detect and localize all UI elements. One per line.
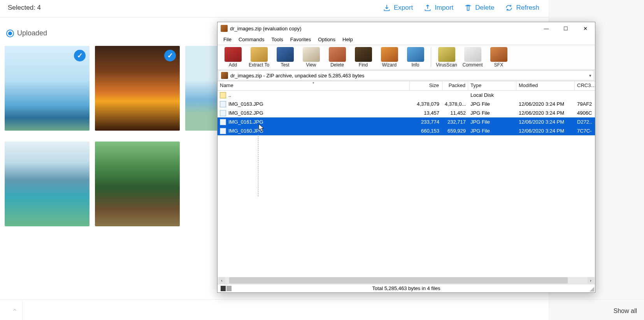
uploaded-label: Uploaded [17,29,47,37]
table-row[interactable]: IMG_0162.JPG 13,457 11,452 JPG File 12/0… [218,108,595,117]
delete-button[interactable]: Delete [464,4,494,12]
thumbnail-5[interactable] [95,142,180,226]
tool-wizard[interactable]: Wizard [376,46,402,68]
menu-options[interactable]: Options [314,35,339,44]
column-headers: Name▾ Size Packed Type Modified CRC3… [218,81,595,91]
col-size[interactable]: Size [410,81,442,90]
menu-commands[interactable]: Commands [235,35,268,44]
col-type[interactable]: Type [468,81,516,90]
col-name[interactable]: Name▾ [218,81,410,90]
titlebar[interactable]: dr_images.zip (evaluation copy) — ☐ ✕ [218,22,595,35]
tool-info[interactable]: Info [402,46,428,68]
virus-icon [438,47,455,62]
background-topbar: Selected: 4 Export Import Delete Refresh [0,0,549,17]
delete-icon [329,47,346,62]
col-crc[interactable]: CRC3… [575,81,595,90]
file-icon [220,110,226,116]
table-row-selected[interactable]: IMG_0161.JPG 233,774 232,717 JPG File 12… [218,117,595,126]
refresh-button[interactable]: Refresh [505,4,539,12]
export-icon [383,4,391,12]
thumbnail-2[interactable] [95,46,180,131]
show-all-link[interactable]: Show all [614,308,637,315]
statusbar: Total 5,285,463 bytes in 4 files [218,284,595,292]
tool-test[interactable]: Test [272,46,298,68]
scroll-left-icon[interactable]: ‹ [218,277,225,283]
resize-grip-icon[interactable] [589,286,594,292]
thumbnail-4[interactable] [5,142,89,226]
menu-help[interactable]: Help [339,35,356,44]
menu-favorites[interactable]: Favorites [287,35,314,44]
view-icon [303,47,320,62]
thumbnail-3[interactable] [185,46,218,131]
info-icon [407,47,424,62]
file-icon [220,128,226,134]
refresh-icon [505,4,513,12]
path-text: dr_images.zip - ZIP archive, unpacked si… [230,73,364,79]
extract-icon [251,47,268,62]
tool-add[interactable]: Add [220,46,246,68]
export-label: Export [394,4,413,12]
refresh-label: Refresh [516,4,539,12]
path-bar[interactable]: dr_images.zip - ZIP archive, unpacked si… [218,70,594,80]
col-modified[interactable]: Modified [516,81,575,90]
test-icon [277,47,294,62]
col-packed[interactable]: Packed [442,81,468,90]
tool-view[interactable]: View [298,46,324,68]
wizard-icon [381,47,398,62]
tool-find[interactable]: Find [350,46,376,68]
file-icon [220,101,226,107]
import-button[interactable]: Import [424,4,453,12]
file-icon [220,119,226,125]
horizontal-scrollbar[interactable]: ‹ › [218,277,595,284]
collapse-arrow[interactable] [7,300,23,320]
tool-delete[interactable]: Delete [324,46,350,68]
table-row-selected[interactable]: IMG_0160.JPG 660,153 659,929 JPG File 12… [218,126,595,135]
chevron-up-icon [12,307,18,313]
tool-sfx[interactable]: SFX [486,46,512,68]
winrar-window: dr_images.zip (evaluation copy) — ☐ ✕ Fi… [217,22,595,293]
file-list: .. Local Disk IMG_0163.JPG 4,378,079 4,3… [218,91,595,277]
export-button[interactable]: Export [383,4,413,12]
status-icon [221,286,232,291]
row-parent[interactable]: .. Local Disk [218,91,595,100]
status-total: Total 5,285,463 bytes in 4 files [372,285,440,291]
menu-file[interactable]: File [220,35,235,44]
import-label: Import [435,4,453,12]
window-title: dr_images.zip (evaluation copy) [230,26,302,31]
selected-count: Selected: 4 [8,4,41,12]
scroll-right-icon[interactable]: › [587,277,594,283]
sfx-icon [490,47,507,62]
archive-icon [221,72,228,79]
add-icon [225,47,242,62]
comment-icon [464,47,481,62]
import-icon [424,4,432,12]
tool-extract[interactable]: Extract To [246,46,272,68]
tool-virusscan[interactable]: VirusScan [433,46,460,68]
tool-comment[interactable]: Comment [460,46,486,68]
menubar: File Commands Tools Favorites Options He… [218,35,595,45]
find-icon [355,47,372,62]
chevron-down-icon[interactable]: ▾ [589,73,591,78]
close-button[interactable]: ✕ [576,22,595,35]
scroll-thumb[interactable] [229,277,568,283]
minimize-button[interactable]: — [537,22,556,35]
thumbnail-1[interactable] [5,46,89,131]
drag-insertion-marker [258,126,258,196]
app-icon [221,25,228,32]
table-row[interactable]: IMG_0163.JPG 4,378,079 4,378,0... JPG Fi… [218,100,595,108]
menu-tools[interactable]: Tools [268,35,286,44]
trash-icon [464,4,472,12]
delete-label: Delete [475,4,494,12]
radio-selected-icon [6,30,14,37]
folder-icon [220,92,226,98]
maximize-button[interactable]: ☐ [556,22,576,35]
toolbar: Add Extract To Test View Delete Find Wiz… [218,45,595,70]
